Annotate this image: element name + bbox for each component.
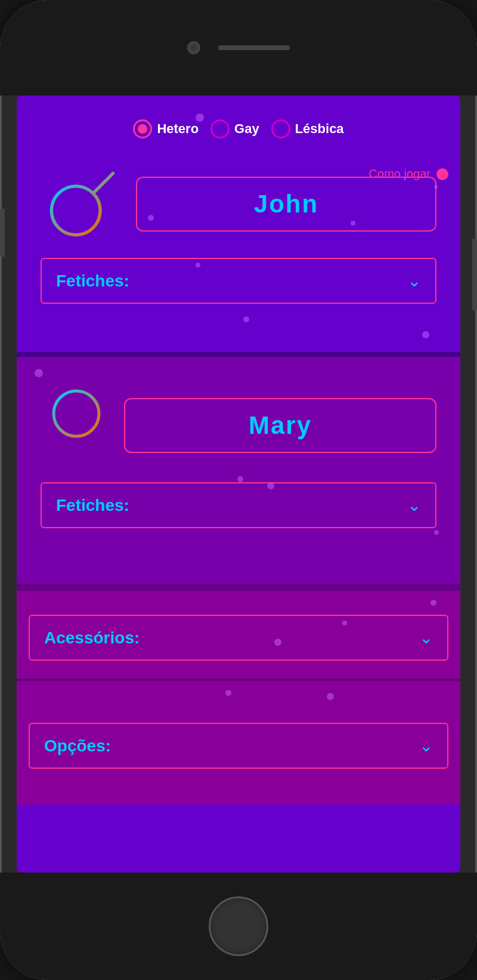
phone-screen: Hetero Gay Lésbica Como jogar bbox=[17, 95, 460, 873]
radio-gay[interactable]: Gay bbox=[210, 119, 259, 138]
acessorios-dropdown[interactable]: Acessórios: ⌄ bbox=[29, 615, 448, 661]
deco-dot-6 bbox=[196, 263, 200, 267]
opcoes-chevron: ⌄ bbox=[419, 736, 433, 756]
player2-name-text: Mary bbox=[249, 411, 312, 440]
radio-lesbica[interactable]: Lésbica bbox=[271, 119, 344, 138]
deco-dot-f3 bbox=[267, 482, 274, 489]
bottom-padding bbox=[17, 781, 460, 805]
deco-dot-4 bbox=[243, 316, 249, 322]
player1-fetiches-chevron: ⌄ bbox=[407, 271, 421, 291]
relationship-type-selector: Hetero Gay Lésbica bbox=[29, 107, 448, 156]
phone-home-button[interactable] bbox=[209, 896, 268, 956]
radio-hetero[interactable]: Hetero bbox=[133, 119, 199, 138]
phone-bottom-bar bbox=[0, 873, 477, 980]
svg-line-1 bbox=[94, 173, 113, 192]
player2-fetiches-chevron: ⌄ bbox=[407, 495, 421, 515]
phone-frame: Hetero Gay Lésbica Como jogar bbox=[0, 0, 477, 980]
deco-dot-f4 bbox=[434, 530, 439, 535]
radio-gay-label: Gay bbox=[234, 121, 259, 137]
deco-dot-7 bbox=[434, 185, 438, 189]
phone-side-button-left bbox=[0, 209, 5, 257]
acessorios-label: Acessórios: bbox=[44, 628, 140, 648]
player2-row: Mary bbox=[29, 369, 448, 476]
player2-fetiches-label: Fetiches: bbox=[56, 496, 129, 515]
radio-lesbica-label: Lésbica bbox=[295, 121, 344, 137]
player2-name-input[interactable]: Mary bbox=[124, 398, 436, 453]
deco-dot-2 bbox=[148, 215, 154, 221]
opcoes-label: Opções: bbox=[44, 736, 111, 756]
male-gender-icon bbox=[41, 162, 124, 246]
phone-camera bbox=[187, 41, 200, 54]
deco-dot-5 bbox=[422, 331, 429, 338]
phone-side-button-right bbox=[472, 239, 477, 310]
section-opcoes: Opções: ⌄ bbox=[17, 711, 460, 781]
radio-gay-circle[interactable] bbox=[210, 119, 230, 138]
player2-fetiches-dropdown[interactable]: Fetiches: ⌄ bbox=[41, 482, 436, 528]
como-jogar-dot bbox=[436, 168, 448, 180]
phone-speaker bbox=[218, 45, 290, 50]
radio-hetero-label: Hetero bbox=[157, 121, 199, 137]
deco-dot-1 bbox=[196, 113, 204, 122]
inter-section-strip bbox=[17, 681, 460, 711]
section-female: Mary Fetiches: ⌄ bbox=[17, 357, 460, 584]
player1-name-input[interactable]: John bbox=[136, 177, 436, 232]
opcoes-dropdown[interactable]: Opções: ⌄ bbox=[29, 723, 448, 769]
screen-content: Hetero Gay Lésbica Como jogar bbox=[17, 95, 460, 873]
divider-2 bbox=[17, 584, 460, 591]
svg-point-4 bbox=[54, 391, 99, 436]
deco-dot-a1 bbox=[430, 600, 436, 606]
player1-fetiches-label: Fetiches: bbox=[56, 272, 129, 291]
player1-fetiches-dropdown[interactable]: Fetiches: ⌄ bbox=[41, 258, 436, 304]
deco-dot-f1 bbox=[35, 369, 43, 377]
divider-1 bbox=[17, 352, 460, 357]
radio-hetero-circle[interactable] bbox=[133, 119, 152, 138]
deco-dot-b2 bbox=[327, 693, 334, 700]
player1-name-text: John bbox=[254, 190, 318, 218]
acessorios-chevron: ⌄ bbox=[419, 628, 433, 648]
deco-dot-a3 bbox=[274, 639, 281, 646]
deco-dot-3 bbox=[351, 221, 355, 226]
deco-dot-a2 bbox=[342, 621, 347, 625]
deco-dot-f2 bbox=[237, 476, 243, 482]
section-top: Hetero Gay Lésbica Como jogar bbox=[17, 95, 460, 352]
phone-top-bar bbox=[0, 0, 477, 95]
female-gender-icon bbox=[41, 381, 112, 470]
como-jogar-text: Como jogar bbox=[369, 167, 430, 181]
deco-dot-b1 bbox=[225, 690, 231, 696]
section-acessorios: Acessórios: ⌄ bbox=[17, 591, 460, 679]
como-jogar-button[interactable]: Como jogar bbox=[369, 167, 448, 181]
radio-lesbica-circle[interactable] bbox=[271, 119, 290, 138]
